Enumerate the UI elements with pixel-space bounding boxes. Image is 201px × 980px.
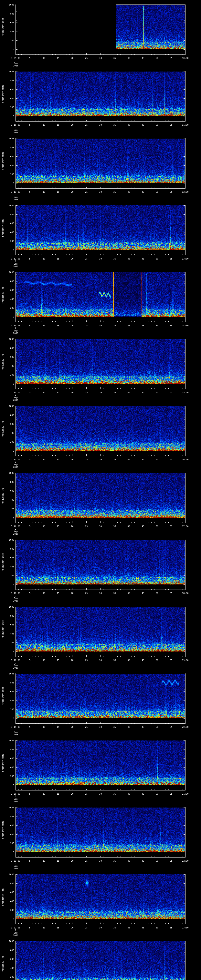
x-tick-label: 35 xyxy=(113,124,116,126)
y-tick-label: 1000 xyxy=(5,4,14,6)
y-tick-label: 1000 xyxy=(5,405,14,407)
y-tick-label: 800 xyxy=(5,882,14,885)
y-axis-title: Frequency (Hz) xyxy=(2,420,4,438)
x-tick-label: 30 xyxy=(99,124,102,126)
y-axis-title: Frequency (Hz) xyxy=(2,152,4,170)
x-tick-label: 20 xyxy=(71,525,73,527)
y-axis-title: Frequency (Hz) xyxy=(2,352,4,371)
y-tick-label: 200 xyxy=(5,307,14,309)
x-tick-label: 15 xyxy=(57,659,59,661)
x-start-date-line: 2016 xyxy=(13,667,18,669)
x-end-time-label: 12:00 xyxy=(182,191,188,193)
x-tick-label: 55 xyxy=(170,525,172,527)
y-tick-label: 200 xyxy=(5,508,14,510)
x-tick-label: 55 xyxy=(170,860,172,862)
x-tick-label: 10 xyxy=(43,191,45,193)
x-tick-label: 30 xyxy=(99,191,102,193)
x-end-time-label: 16:00 xyxy=(182,458,188,461)
spectrogram-panel-13: 02004006008001000Frequency (Hz)3:21:002S… xyxy=(0,803,201,870)
x-end-time-label: 19:00 xyxy=(182,659,188,661)
x-tick-label: 30 xyxy=(99,391,102,394)
x-start-time-label: 3:17:00 xyxy=(11,592,20,594)
x-tick-label: 25 xyxy=(85,659,88,661)
x-tick-label: 35 xyxy=(113,592,116,594)
spectrogram-panel-8: 02004006008001000Frequency (Hz)3:16:002S… xyxy=(0,468,201,535)
x-tick-label: 5 xyxy=(29,258,30,260)
x-tick-label: 55 xyxy=(170,57,172,59)
x-tick-label: 20 xyxy=(71,860,73,862)
x-tick-label: 25 xyxy=(85,458,88,461)
x-start-date-line: 2 xyxy=(15,394,16,396)
y-tick-label: 0 xyxy=(5,851,14,853)
y-tick-label: 600 xyxy=(5,824,14,827)
x-tick-label: 40 xyxy=(128,659,130,661)
y-tick-label: 800 xyxy=(5,213,14,216)
x-end-time-label: 11:00 xyxy=(182,124,188,126)
spectrogram-panel-1: 02004006008001000Frequency (Hz)3:09:002S… xyxy=(0,0,201,67)
y-tick-label: 400 xyxy=(5,432,14,434)
x-tick-label: 30 xyxy=(99,258,102,260)
x-tick-label: 55 xyxy=(170,659,172,661)
y-tick-label: 1000 xyxy=(5,472,14,474)
y-tick-label: 1000 xyxy=(5,338,14,340)
x-tick-label: 45 xyxy=(142,191,144,193)
x-tick-label: 5 xyxy=(29,927,30,929)
x-tick-label: 40 xyxy=(128,726,130,728)
x-start-date-line: 2 xyxy=(15,461,16,463)
x-tick-label: 55 xyxy=(170,927,172,929)
y-tick-label: 600 xyxy=(5,490,14,492)
y-tick-label: 1000 xyxy=(5,204,14,207)
x-start-date-line: 2 xyxy=(15,595,16,597)
x-start-date-line: Sep xyxy=(14,798,18,800)
x-tick-label: 50 xyxy=(156,258,158,260)
y-axis-title: Frequency (Hz) xyxy=(2,486,4,504)
y-axis-title: Frequency (Hz) xyxy=(2,955,4,973)
y-tick-label: 200 xyxy=(5,106,14,108)
x-end-time-label: 18:00 xyxy=(182,592,188,594)
x-end-time-label: 10:00 xyxy=(182,57,188,59)
x-tick-label: 30 xyxy=(99,793,102,795)
x-tick-label: 30 xyxy=(99,57,102,59)
x-tick-label: 35 xyxy=(113,191,116,193)
x-start-date-line: 2 xyxy=(15,862,16,865)
x-tick-label: 20 xyxy=(71,124,73,126)
x-tick-label: 50 xyxy=(156,124,158,126)
x-tick-label: 30 xyxy=(99,726,102,728)
y-tick-label: 600 xyxy=(5,423,14,425)
x-tick-label: 10 xyxy=(43,860,45,862)
spectrogram-canvas-15 xyxy=(0,937,201,980)
spectrogram-panel-2: 02004006008001000Frequency (Hz)3:10:002S… xyxy=(0,67,201,134)
x-start-time-label: 3:18:00 xyxy=(11,659,20,661)
y-tick-label: 1000 xyxy=(5,138,14,140)
y-axis-title: Frequency (Hz) xyxy=(2,754,4,772)
y-tick-label: 600 xyxy=(5,356,14,358)
y-tick-label: 600 xyxy=(5,222,14,224)
y-tick-label: 200 xyxy=(5,574,14,577)
x-tick-label: 45 xyxy=(142,391,144,394)
x-start-date-line: 2016 xyxy=(13,399,18,401)
x-tick-label: 25 xyxy=(85,191,88,193)
y-tick-label: 800 xyxy=(5,949,14,951)
x-tick-label: 5 xyxy=(29,325,30,327)
x-tick-label: 5 xyxy=(29,391,30,394)
spectrogram-panel-3: 02004006008001000Frequency (Hz)3:11:002S… xyxy=(0,134,201,201)
x-tick-label: 10 xyxy=(43,525,45,527)
x-tick-label: 25 xyxy=(85,592,88,594)
x-tick-label: 45 xyxy=(142,726,144,728)
x-start-time-label: 3:16:00 xyxy=(11,525,20,527)
x-tick-label: 25 xyxy=(85,391,88,394)
x-tick-label: 45 xyxy=(142,124,144,126)
x-start-date-line: 2 xyxy=(15,260,16,262)
y-axis-title: Frequency (Hz) xyxy=(2,85,4,103)
x-start-date-line: 2016 xyxy=(13,867,18,870)
spectrogram-panel-7: 02004006008001000Frequency (Hz)3:15:002S… xyxy=(0,401,201,468)
y-tick-label: 400 xyxy=(5,900,14,902)
x-tick-label: 25 xyxy=(85,57,88,59)
x-tick-label: 40 xyxy=(128,793,130,795)
x-tick-label: 5 xyxy=(29,57,30,59)
x-tick-label: 20 xyxy=(71,927,73,929)
x-tick-label: 55 xyxy=(170,124,172,126)
x-start-date-line: 2 xyxy=(15,528,16,530)
x-tick-label: 50 xyxy=(156,458,158,461)
x-tick-label: 20 xyxy=(71,592,73,594)
